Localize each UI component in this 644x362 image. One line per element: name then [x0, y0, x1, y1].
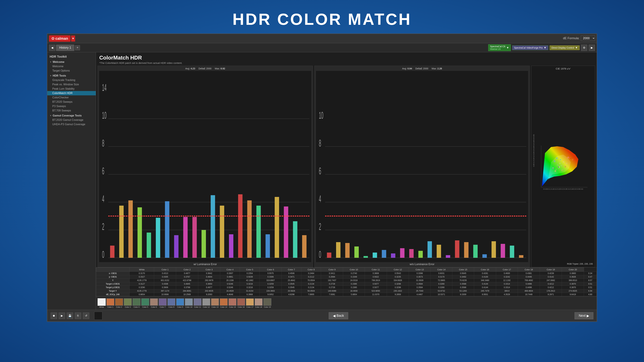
col-header-color16: Color 16 [474, 268, 496, 272]
source-selector-2[interactable]: SpectraCal VideoForge Pro ▼ [512, 45, 548, 50]
table-row: Target Y4135.1778397.1174284.8081202.863… [96, 289, 597, 293]
table-cell: 319.8907 [260, 279, 282, 282]
swatches-bar: WhiteColor 1Color 2Color 3Color 4Color 5… [96, 296, 597, 310]
svg-rect-55 [400, 248, 404, 258]
chart-no-luminance-error: Avg: 0.94 DeltaE 2000 Max: 2.28 0 2 4 6 … [314, 66, 530, 267]
table-cell: 708.4692 [518, 279, 540, 282]
svg-rect-52 [373, 253, 377, 258]
sidebar-item-peak-lum[interactable]: Peak Lum Stability [47, 87, 96, 91]
swatch-item[interactable]: White [98, 298, 106, 308]
swatch-item[interactable]: Color 8 [167, 298, 176, 308]
table-cell: 0.4239 [540, 272, 562, 275]
chart-right-canvas: 0 2 4 6 8 10 [316, 71, 528, 262]
title-bar-dropdown[interactable]: ▼ [71, 35, 75, 41]
tab-add-button[interactable]: + [75, 45, 80, 50]
swatch-color-box [176, 298, 184, 306]
swatch-item[interactable]: Color 3 [124, 298, 132, 308]
svg-rect-66 [500, 244, 505, 258]
swatch-item[interactable]: Color 10 [185, 298, 193, 308]
sidebar-item-welcome-header[interactable]: ▼ Welcome [47, 60, 96, 64]
sidebar-item-bt2020-sweeps[interactable]: BT.2020 Sweeps [47, 100, 96, 104]
table-cell: 0.3216 [240, 286, 260, 289]
table-cell: 0.5022 [365, 275, 387, 279]
sidebar-item-gamut-header[interactable]: ▼ Gamut Coverage Tests [47, 113, 96, 118]
table-cell: 0.3306 [260, 275, 282, 279]
table-cell: 6.3968 [240, 293, 260, 296]
tab-history-1[interactable]: History 1 [56, 44, 74, 51]
sidebar-item-bt2020-gamut[interactable]: BT.2020 Gamut Coverage [47, 118, 96, 122]
sidebar-item-colorchecker[interactable]: ColorChecker [47, 95, 96, 100]
record-button[interactable]: ⏺ [51, 313, 57, 319]
sidebar-item-hdr-tests-header[interactable]: ▼ HDR Tests [47, 73, 96, 78]
nav-right-button[interactable]: ▶ [589, 44, 595, 51]
table-cell: 0.3883 [562, 272, 584, 275]
table-cell: 4135.1778 [130, 289, 154, 293]
page-title: HDR COLOR MATCH [0, 10, 644, 28]
chart-left-delta-label: DeltaE 2000 [198, 67, 212, 70]
swatch-item[interactable]: Color 14 [220, 298, 228, 308]
col-header-color3: Color 3 [198, 268, 220, 272]
swatch-item[interactable]: Color 18 [254, 298, 263, 308]
swatch-item[interactable]: Color 12 [202, 298, 210, 308]
table-cell: 0.1549 [343, 275, 365, 279]
svg-rect-33 [293, 221, 297, 258]
sidebar-item-uhdap3-gamut[interactable]: UHDA-P3 Gamut Coverage [47, 122, 96, 126]
table-cell: 309.9 [496, 289, 518, 293]
table-cell: 0.3584 [409, 282, 431, 286]
table-cell: 0.4281 [474, 272, 496, 275]
table-cell: 9.2858 [387, 293, 409, 296]
swatch-item[interactable]: Color 9 [176, 298, 184, 308]
tab-nav-left[interactable]: ◀ [49, 44, 55, 51]
table-cell: 0.3242 [496, 275, 518, 279]
next-button[interactable]: Next ▶ [574, 312, 593, 319]
table-cell: 9.0052 [260, 293, 282, 296]
table-cell: 0.3545 [282, 286, 301, 289]
col-header-color4: Color 4 [220, 268, 240, 272]
row-label: y: CIE31 [96, 275, 130, 279]
sidebar-item-bt709-sweeps[interactable]: BT.709 Sweeps [47, 108, 96, 113]
sidebar-item-peak-window[interactable]: Peak vs. Window Size [47, 82, 96, 87]
swatch-item[interactable]: Color 4 [132, 298, 140, 308]
table-cell: 0.3492 [452, 275, 474, 279]
swatch-item[interactable]: Color 11 [194, 298, 202, 308]
play-button[interactable]: ▶ [59, 313, 65, 319]
sidebar-item-target-options[interactable]: Target Options [47, 68, 96, 73]
table-cell: 4.8298 [282, 293, 301, 296]
back-button[interactable]: ◀ Back [329, 312, 348, 319]
table-cell: 0.3642 [198, 272, 220, 275]
sidebar-item-grayscale-tracking[interactable]: Grayscale Tracking [47, 78, 96, 82]
swatch-item[interactable]: Color 1 [106, 298, 114, 308]
swatch-label: Color 9 [177, 306, 183, 308]
table-cell: 0.2464 [301, 272, 321, 275]
source2-label: SpectraCal VideoForge Pro [514, 46, 543, 49]
swatch-item[interactable]: Color 13 [211, 298, 219, 308]
swatch-item[interactable]: Color 7 [159, 298, 167, 308]
sidebar-item-p3-sweeps[interactable]: P3 Sweeps [47, 104, 96, 108]
source-selector-3[interactable]: Direct Display Control ▼ [550, 45, 580, 50]
refresh-button[interactable]: ↺ [83, 313, 89, 319]
svg-rect-49 [345, 243, 350, 258]
swatch-item[interactable]: Color 6 [150, 298, 158, 308]
copy-button[interactable]: ⎘ [75, 313, 81, 319]
swatch-label: Color 3 [125, 306, 131, 308]
sidebar-item-colormatch-hdr[interactable]: ColorMatch HDR [47, 91, 96, 95]
chart-left-max-label: Max: 8.92 [215, 67, 225, 70]
swatch-color-box [202, 298, 210, 306]
panel-subtitle: *The ColorMatch HDR patch set is derived… [99, 61, 593, 64]
swatch-item[interactable]: Color 15 [228, 298, 236, 308]
swatch-item[interactable]: Color 5 [141, 298, 149, 308]
swatch-label: Color 10 [185, 306, 192, 308]
svg-text:8: 8 [102, 138, 104, 148]
swatch-color-box [237, 298, 245, 306]
table-cell: 24.0318 [343, 279, 365, 282]
settings-button[interactable]: ⚙ [581, 44, 587, 51]
swatch-item[interactable]: Color 17 [246, 298, 254, 308]
swatch-item[interactable]: Color 16 [237, 298, 245, 308]
swatch-item[interactable]: Color 2 [115, 298, 123, 308]
sidebar-item-welcome[interactable]: Welcome [47, 64, 96, 68]
svg-rect-31 [275, 197, 279, 258]
save-button[interactable]: 💾 [67, 313, 73, 319]
swatch-item[interactable]: Color 19 [263, 298, 271, 308]
source-selector-1[interactable]: SpectraCal C6 Hisense UX ▼ [488, 44, 511, 51]
table-cell: 292.0678 [198, 279, 220, 282]
